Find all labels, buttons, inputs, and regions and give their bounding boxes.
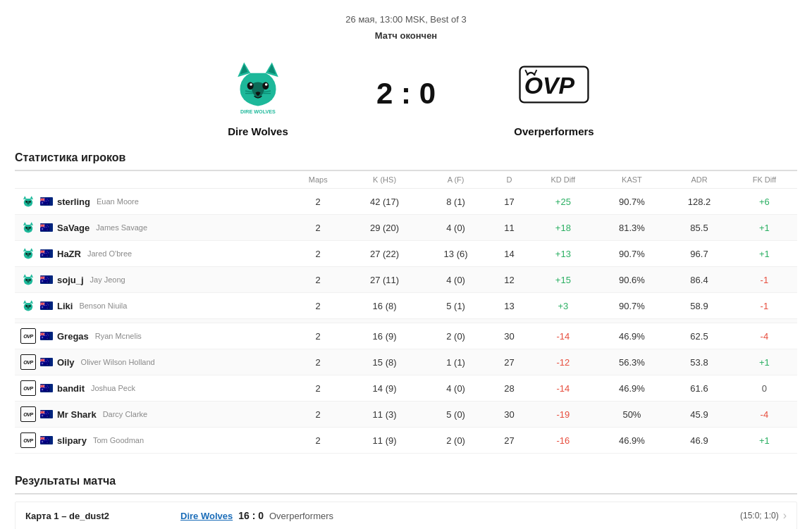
player-maps: 2 (290, 215, 347, 241)
flag-au (40, 223, 53, 232)
player-nickname: Oily (57, 357, 75, 368)
player-kast: 56.3% (597, 349, 668, 375)
player-d: 30 (489, 402, 529, 428)
map-label: Карта 1 – de_dust2 (25, 511, 180, 521)
player-khs: 14 (9) (347, 375, 423, 402)
team-icon (20, 298, 36, 313)
player-af: 4 (0) (422, 215, 488, 241)
table-row: soju_j Jay Jeong 2 27 (11) 4 (0) 12 +15 … (15, 267, 797, 293)
col-adr: ADR (667, 171, 732, 189)
map-score-detail: (15:0; 1:0) › (740, 509, 787, 522)
player-adr: 96.7 (667, 241, 732, 267)
player-cell: OVP Mr Shark Darcy Clarke (15, 402, 290, 428)
player-nickname: bandit (57, 383, 85, 394)
player-nickname: Gregas (57, 331, 89, 342)
player-maps: 2 (290, 189, 347, 215)
svg-point-7 (265, 83, 268, 86)
player-adr: 45.9 (667, 402, 732, 428)
player-khs: 15 (8) (347, 349, 423, 375)
player-cell: SaVage James Savage (15, 215, 290, 241)
player-realname: Euan Moore (97, 197, 139, 206)
results-section: Результаты матча Карта 1 – de_dust2 Dire… (15, 475, 797, 529)
map-score: 16 : 0 (238, 510, 264, 521)
player-fk-diff: 0 (732, 375, 797, 402)
col-d: D (489, 171, 529, 189)
team-icon-dw (20, 220, 36, 235)
player-fk-diff: -4 (732, 323, 797, 349)
col-khs: K (HS) (347, 171, 423, 189)
team-icon-dw (20, 272, 36, 287)
player-d: 30 (489, 323, 529, 349)
svg-point-18 (30, 201, 31, 203)
player-kd-diff: -14 (529, 323, 596, 349)
team1-logo: DIRE WOLVES (223, 49, 293, 120)
svg-point-17 (25, 201, 27, 203)
map-winner[interactable]: Dire Wolves (180, 511, 233, 521)
player-d: 27 (489, 349, 529, 375)
team-icon (20, 194, 36, 209)
player-realname: James Savage (96, 223, 147, 232)
team2-name: Overperformers (514, 125, 593, 137)
player-kd-diff: -14 (529, 375, 596, 402)
player-maps: 2 (290, 241, 347, 267)
team-icon (20, 246, 36, 261)
player-realname: Benson Niuila (79, 301, 127, 310)
player-d: 27 (489, 428, 529, 454)
player-kast: 46.9% (597, 323, 668, 349)
svg-point-30 (30, 279, 31, 281)
player-cell: OVP Oily Oliver Wilson Holland (15, 349, 290, 375)
player-realname: Darcy Clarke (103, 410, 148, 418)
player-kast: 46.9% (597, 428, 668, 454)
player-kd-diff: -16 (529, 428, 596, 454)
player-fk-diff: -4 (732, 402, 797, 428)
player-kd-diff: +3 (529, 293, 596, 319)
player-fk-diff: +6 (732, 189, 797, 215)
table-row: OVP slipary Tom Goodman 2 11 (9) 2 (0) 2… (15, 428, 797, 454)
svg-point-25 (25, 253, 27, 255)
team2-logo: OVP (519, 49, 589, 120)
player-maps: 2 (290, 323, 347, 349)
player-cell: OVP slipary Tom Goodman (15, 428, 290, 454)
player-kd-diff: +18 (529, 215, 596, 241)
flag-au (40, 410, 53, 418)
player-adr: 86.4 (667, 267, 732, 293)
map-score-block: Dire Wolves 16 : 0 Overperformers (180, 510, 740, 521)
player-nickname: HaZR (57, 249, 81, 259)
team1-block: DIRE WOLVES Dire Wolves (180, 49, 336, 137)
team-icon-dw (20, 298, 36, 313)
table-row: OVP bandit Joshua Peck 2 14 (9) 4 (0) 28… (15, 375, 797, 402)
player-cell: OVP Gregas Ryan Mcnelis (15, 323, 290, 349)
match-status-text: Матч окончен (375, 30, 437, 41)
flag-au (40, 275, 53, 284)
player-kast: 90.6% (597, 267, 668, 293)
player-realname: Jay Jeong (90, 275, 125, 284)
svg-text:DIRE WOLVES: DIRE WOLVES (240, 108, 276, 115)
player-kast: 81.3% (597, 215, 668, 241)
player-d: 28 (489, 375, 529, 402)
flag-au (40, 436, 53, 444)
player-af: 1 (1) (422, 349, 488, 375)
match-teams: DIRE WOLVES Dire Wolves 2 : 0 OVP (15, 49, 797, 137)
player-cell: soju_j Jay Jeong (15, 267, 290, 293)
table-row: Liki Benson Niuila 2 16 (8) 5 (1) 13 +3 … (15, 293, 797, 319)
player-fk-diff: +1 (732, 215, 797, 241)
svg-point-5 (262, 82, 269, 89)
team-icon-ovp: OVP (20, 354, 36, 370)
svg-point-6 (250, 83, 252, 86)
player-fk-diff: -1 (732, 293, 797, 319)
player-cell: OVP bandit Joshua Peck (15, 375, 290, 402)
svg-point-34 (30, 305, 31, 307)
col-maps: Maps (290, 171, 347, 189)
team-icon: OVP (20, 406, 36, 422)
svg-point-22 (30, 227, 31, 229)
chevron-right-icon[interactable]: › (783, 509, 787, 522)
player-cell: HaZR Jared O'bree (15, 241, 290, 267)
player-af: 4 (0) (422, 375, 488, 402)
player-maps: 2 (290, 428, 347, 454)
player-d: 14 (489, 241, 529, 267)
team-icon: OVP (20, 432, 36, 448)
player-kd-diff: -19 (529, 402, 596, 428)
svg-text:OVP: OVP (524, 72, 575, 99)
col-kd-diff: KD Diff (529, 171, 596, 189)
player-maps: 2 (290, 293, 347, 319)
